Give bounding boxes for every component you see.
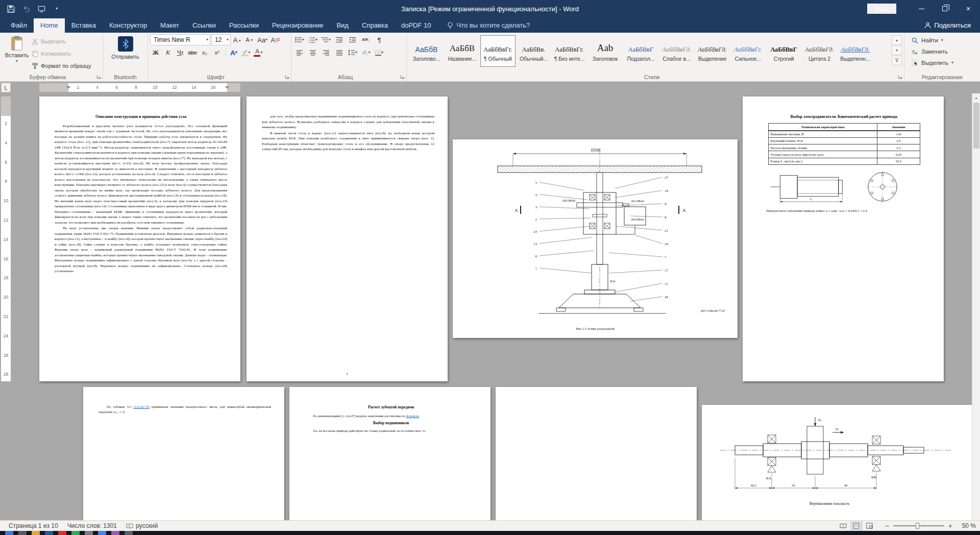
ribbon-tab[interactable]: Home <box>34 18 65 33</box>
strikethrough-button[interactable]: abc <box>187 47 198 58</box>
copy-button[interactable]: Копировать <box>32 48 91 59</box>
styles-dialog-launcher[interactable] <box>897 74 903 80</box>
page-3[interactable]: Ø500 <box>453 139 738 338</box>
subscript-button[interactable]: х₂ <box>199 47 210 58</box>
word-count[interactable]: Число слов: 1301 <box>63 522 121 529</box>
taskbar-app-icon[interactable] <box>98 531 106 535</box>
proofing-status[interactable]: русский <box>121 522 162 529</box>
ribbon-tab[interactable]: Справка <box>355 18 395 33</box>
taskbar-app-icon[interactable] <box>125 531 133 535</box>
ribbon-tab[interactable]: Рецензирование <box>265 18 330 33</box>
style-chip[interactable]: АаБбВвГд. Выделенн... <box>838 35 873 67</box>
close-button[interactable]: × <box>957 0 980 17</box>
reference-link[interactable]: формуле: <box>406 414 420 418</box>
format-painter-button[interactable]: Формат по образцу <box>32 61 91 71</box>
minimize-button[interactable] <box>910 0 933 17</box>
styles-scroll-down-button[interactable]: ▾ <box>892 45 902 55</box>
taskbar-browser-icon[interactable] <box>58 531 66 535</box>
indent-marker-left[interactable] <box>66 86 70 89</box>
taskbar-start-icon[interactable] <box>5 531 13 535</box>
page-6[interactable]: Расчет зубчатой передачи По рекомендация… <box>289 387 491 520</box>
taskbar-app-icon[interactable] <box>71 531 80 535</box>
read-mode-button[interactable] <box>837 521 849 530</box>
clipboard-dialog-launcher[interactable] <box>95 74 102 80</box>
taskbar-search-icon[interactable] <box>18 531 27 535</box>
page-1[interactable]: Описание конструкции и принципа действия… <box>39 96 240 381</box>
line-spacing-button[interactable]: ▾ <box>347 47 359 58</box>
reference-link[interactable]: [12,стр.74] <box>134 405 150 408</box>
paste-button[interactable]: Вставить ▾ <box>2 34 32 72</box>
ribbon-tab[interactable]: Вид <box>330 18 355 33</box>
taskbar-word-icon[interactable] <box>45 531 53 535</box>
vertical-scrollbar[interactable]: ▴ <box>972 93 980 520</box>
scrollbar-thumb[interactable] <box>973 103 979 149</box>
taskbar-app-icon[interactable] <box>111 531 119 535</box>
taskbar-app-icon[interactable] <box>85 531 93 535</box>
change-case-button[interactable]: Аа▾ <box>256 34 268 45</box>
page-2[interactable]: для того, чтобы предотвратить выдвижение… <box>247 96 448 381</box>
ribbon-tab[interactable]: Рассылки <box>223 18 265 33</box>
bluetooth-send-button[interactable]: Отправить <box>105 34 145 60</box>
style-chip[interactable]: АаБбВвГг. Сильное... <box>730 35 766 67</box>
borders-button[interactable]: ▾ <box>373 47 385 58</box>
select-button[interactable]: Выделить ▾ <box>912 58 978 68</box>
bullets-button[interactable]: ▾ <box>293 34 306 45</box>
font-size-combo[interactable]: 12 ▾ <box>211 34 231 45</box>
windows-taskbar[interactable] <box>0 531 980 535</box>
undo-icon[interactable] <box>21 4 31 13</box>
share-button[interactable]: Поделиться <box>924 21 980 33</box>
text-effects-button[interactable]: А▾ <box>228 47 239 58</box>
style-chip[interactable]: Aab Заголовок <box>587 35 623 67</box>
zoom-slider-thumb[interactable] <box>916 523 919 529</box>
zoom-slider[interactable] <box>893 525 944 526</box>
cut-button[interactable]: Вырезать <box>32 36 91 46</box>
justify-button[interactable] <box>333 47 346 58</box>
superscript-button[interactable]: х² <box>211 47 223 58</box>
style-chip[interactable]: АаБбВ Название... <box>445 35 480 67</box>
ribbon-tab[interactable]: Конструктор <box>103 18 154 33</box>
ribbon-tab[interactable]: Ссылки <box>186 18 223 33</box>
print-layout-button[interactable] <box>850 521 863 530</box>
grow-font-button[interactable]: А▲ <box>232 34 243 45</box>
font-name-combo[interactable]: Times New R ▾ <box>150 34 210 45</box>
multilevel-list-button[interactable]: ▾ <box>320 34 332 45</box>
taskbar-folder-icon[interactable] <box>32 531 40 535</box>
web-layout-button[interactable] <box>864 521 876 530</box>
style-chip[interactable]: АаБбВвГд. Цитата 2 <box>802 35 837 67</box>
show-marks-button[interactable]: ¶ <box>373 34 385 45</box>
italic-button[interactable]: К <box>162 47 174 58</box>
page-7[interactable] <box>496 387 697 520</box>
increase-indent-button[interactable] <box>347 34 359 45</box>
page-4[interactable]: Выбор электродвигателя. Кинематический р… <box>743 96 944 381</box>
tell-me-box[interactable]: Что вы хотите сделать? <box>447 21 530 33</box>
underline-button[interactable]: Ч▾ <box>175 47 186 58</box>
save-icon[interactable] <box>6 4 15 13</box>
touch-mode-icon[interactable] <box>37 4 46 13</box>
sort-button[interactable]: АЯ↓ <box>360 34 372 45</box>
qat-customize-chevron-icon[interactable]: ▾ <box>52 4 61 13</box>
ribbon-tab[interactable]: Файл <box>4 18 34 33</box>
style-chip[interactable]: АаБбВвГд. Выделение <box>695 35 730 67</box>
ribbon-tab[interactable]: doPDF 10 <box>395 18 438 33</box>
zoom-level[interactable]: 50 % <box>957 522 976 529</box>
horizontal-ruler[interactable]: 246810121416 <box>39 83 240 92</box>
scroll-up-arrow[interactable]: ▴ <box>972 93 980 102</box>
align-left-button[interactable] <box>293 47 306 58</box>
style-chip[interactable]: АаБбВвГд. Слабое в... <box>659 35 694 67</box>
find-button[interactable]: Найти ▾ <box>912 35 978 45</box>
vertical-ruler[interactable]: 246810121416182022242628 <box>1 96 11 381</box>
zoom-out-button[interactable]: − <box>885 522 889 529</box>
indent-marker-right[interactable] <box>225 86 229 89</box>
page-8[interactable]: Fr Ft RA RB 30,5 19 49 Вертикальная плос… <box>702 405 980 520</box>
paste-dropdown-icon[interactable]: ▾ <box>16 59 18 63</box>
align-right-button[interactable] <box>320 47 332 58</box>
ribbon-tab[interactable]: Вставка <box>65 18 103 33</box>
shading-button[interactable]: ▾ <box>360 47 372 58</box>
bold-button[interactable]: Ж <box>150 47 161 58</box>
style-chip[interactable]: АаБбВвГ Строгий <box>766 35 801 67</box>
ribbon-tab[interactable]: Макет <box>154 18 186 33</box>
numbering-button[interactable]: 123▾ <box>307 34 319 45</box>
shrink-font-button[interactable]: А▼ <box>244 34 255 45</box>
clear-formatting-button[interactable]: А <box>270 34 281 45</box>
page-indicator[interactable]: Страница 1 из 10 <box>4 522 63 529</box>
